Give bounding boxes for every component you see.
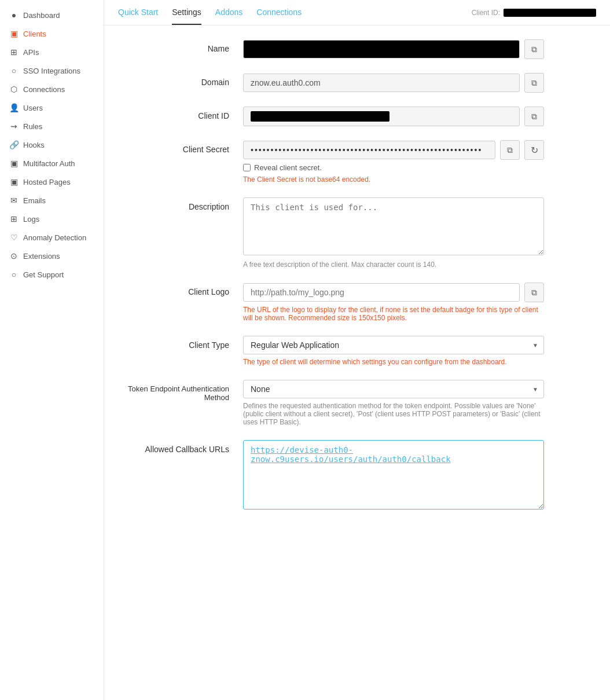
client-type-select[interactable]: Regular Web Application Native Single Pa…: [243, 336, 544, 354]
client-logo-control-wrap: ⧉ The URL of the logo to display for the…: [243, 283, 544, 322]
client-secret-label: Client Secret: [127, 140, 243, 154]
refresh-icon: ↻: [531, 145, 538, 156]
multifactor-icon: ▣: [9, 159, 19, 168]
reveal-row: Reveal client secret.: [243, 163, 544, 172]
dashboard-icon: ●: [9, 10, 19, 20]
client-secret-input[interactable]: [243, 141, 495, 159]
top-nav: Quick Start Settings Addons Connections …: [104, 0, 610, 25]
sidebar-item-label: Emails: [23, 196, 46, 205]
name-label: Name: [127, 39, 243, 53]
domain-input-row: ⧉: [243, 73, 544, 93]
secret-warning: The Client Secret is not base64 encoded.: [243, 175, 544, 184]
reveal-label[interactable]: Reveal client secret.: [254, 163, 322, 172]
token-endpoint-helper: Defines the requested authentication met…: [243, 402, 544, 426]
copy-icon: ⧉: [531, 78, 537, 88]
client-id-input-row: ⧉: [243, 107, 544, 126]
settings-content: Name ⧉ Domain ⧉: [104, 25, 610, 700]
client-type-row: Client Type Regular Web Application Nati…: [127, 336, 587, 366]
client-secret-input-row: ⧉ ↻: [243, 140, 544, 160]
sidebar-item-users[interactable]: 👤 Users: [0, 98, 104, 117]
sidebar-item-label: Get Support: [23, 270, 64, 279]
sidebar-item-hosted-pages[interactable]: ▣ Hosted Pages: [0, 173, 104, 191]
client-logo-row: Client Logo ⧉ The URL of the logo to dis…: [127, 283, 587, 322]
sidebar-item-apis[interactable]: ⊞ APIs: [0, 43, 104, 61]
client-id-control-wrap: ⧉: [243, 107, 544, 126]
description-textarea[interactable]: [243, 197, 544, 255]
sidebar-item-label: SSO Integrations: [23, 67, 80, 75]
sidebar-item-emails[interactable]: ✉ Emails: [0, 191, 104, 210]
clients-icon: ▣: [9, 29, 19, 38]
callback-urls-row: Allowed Callback URLs: [127, 440, 587, 511]
domain-input[interactable]: [243, 74, 520, 92]
sidebar-item-connections[interactable]: ⬡ Connections: [0, 80, 104, 98]
client-type-label: Client Type: [127, 336, 243, 350]
description-control-wrap: A free text description of the client. M…: [243, 197, 544, 269]
domain-row: Domain ⧉: [127, 73, 587, 93]
token-endpoint-select[interactable]: None Post Basic: [243, 380, 544, 398]
name-control-wrap: ⧉: [243, 39, 544, 59]
tab-quick-start[interactable]: Quick Start: [118, 1, 158, 25]
client-logo-helper: The URL of the logo to display for the c…: [243, 306, 544, 322]
client-logo-copy-button[interactable]: ⧉: [524, 283, 544, 302]
client-logo-input[interactable]: [243, 283, 520, 302]
name-copy-button[interactable]: ⧉: [524, 39, 544, 59]
hosted-pages-icon: ▣: [9, 177, 19, 186]
client-id-field-label: Client ID: [127, 107, 243, 120]
sidebar-item-label: APIs: [23, 48, 39, 57]
sidebar-item-extensions[interactable]: ⊙ Extensions: [0, 247, 104, 265]
sidebar: ● Dashboard ▣ Clients ⊞ APIs ○ SSO Integ…: [0, 0, 104, 700]
name-input-row: ⧉: [243, 39, 544, 59]
name-input[interactable]: [243, 40, 520, 58]
callback-urls-label: Allowed Callback URLs: [127, 440, 243, 454]
client-logo-label: Client Logo: [127, 283, 243, 296]
tab-settings[interactable]: Settings: [172, 1, 201, 25]
sidebar-item-label: Rules: [23, 122, 42, 131]
copy-icon: ⧉: [531, 112, 537, 122]
sidebar-item-dashboard[interactable]: ● Dashboard: [0, 6, 104, 24]
copy-icon: ⧉: [531, 45, 537, 54]
client-secret-control-wrap: ⧉ ↻ Reveal client secret. The Client Sec…: [243, 140, 544, 184]
callback-urls-control-wrap: [243, 440, 544, 511]
sidebar-item-clients[interactable]: ▣ Clients: [0, 24, 104, 43]
token-endpoint-control-wrap: None Post Basic Defines the requested au…: [243, 380, 544, 426]
client-secret-refresh-button[interactable]: ↻: [524, 140, 544, 160]
reveal-checkbox[interactable]: [243, 164, 251, 171]
main-area: Quick Start Settings Addons Connections …: [104, 0, 610, 700]
tab-addons[interactable]: Addons: [215, 1, 242, 25]
client-id-bar: Client ID:: [472, 9, 596, 17]
sidebar-item-label: Clients: [23, 30, 46, 38]
token-endpoint-label: Token Endpoint Authentication Method: [127, 380, 243, 402]
sidebar-item-hooks[interactable]: 🔗 Hooks: [0, 135, 104, 154]
apis-icon: ⊞: [9, 47, 19, 57]
domain-label: Domain: [127, 73, 243, 87]
sidebar-item-get-support[interactable]: ○ Get Support: [0, 265, 104, 284]
callback-urls-textarea[interactable]: [243, 440, 544, 510]
support-icon: ○: [9, 270, 19, 279]
extensions-icon: ⊙: [9, 251, 19, 261]
client-secret-row: Client Secret ⧉ ↻ Reveal client secret. …: [127, 140, 587, 184]
client-id-redacted-value: [504, 9, 596, 17]
client-id-copy-button[interactable]: ⧉: [524, 107, 544, 126]
sidebar-item-label: Multifactor Auth: [23, 159, 75, 168]
client-type-helper: The type of client will determine which …: [243, 358, 544, 366]
logs-icon: ⊞: [9, 214, 19, 223]
tab-connections[interactable]: Connections: [256, 1, 302, 25]
emails-icon: ✉: [9, 196, 19, 205]
sidebar-item-label: Dashboard: [23, 11, 60, 20]
sidebar-item-label: Hosted Pages: [23, 178, 71, 186]
description-row: Description A free text description of t…: [127, 197, 587, 269]
name-row: Name ⧉: [127, 39, 587, 59]
sidebar-item-multifactor-auth[interactable]: ▣ Multifactor Auth: [0, 154, 104, 173]
domain-copy-button[interactable]: ⧉: [524, 73, 544, 93]
token-endpoint-select-wrap: None Post Basic: [243, 380, 544, 398]
sidebar-item-rules[interactable]: ⇝ Rules: [0, 117, 104, 135]
sidebar-item-label: Logs: [23, 215, 39, 223]
sidebar-item-anomaly-detection[interactable]: ♡ Anomaly Detection: [0, 228, 104, 247]
sidebar-item-sso-integrations[interactable]: ○ SSO Integrations: [0, 61, 104, 80]
description-label: Description: [127, 197, 243, 211]
client-secret-copy-button[interactable]: ⧉: [500, 140, 520, 160]
client-id-redacted-field: [251, 111, 389, 122]
sidebar-item-label: Anomaly Detection: [23, 233, 86, 242]
sidebar-item-label: Users: [23, 104, 43, 112]
sidebar-item-logs[interactable]: ⊞ Logs: [0, 210, 104, 228]
